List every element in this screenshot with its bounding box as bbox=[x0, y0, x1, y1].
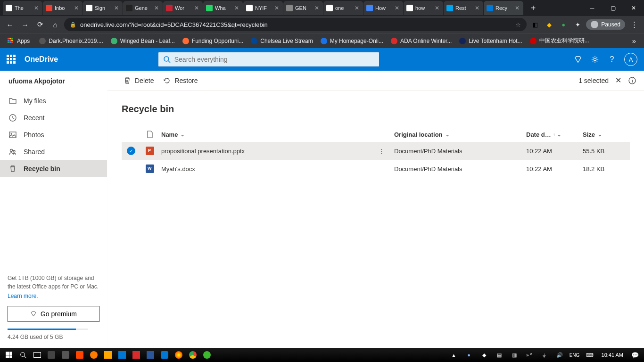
sidebar-item-recent[interactable]: Recent bbox=[0, 109, 107, 126]
account-avatar[interactable]: A bbox=[624, 53, 637, 66]
browser-tab[interactable]: one✕ bbox=[323, 1, 363, 15]
sidebar-item-recycle[interactable]: Recycle bin bbox=[0, 160, 107, 177]
bookmark-item[interactable]: ADA Online Winter... bbox=[387, 35, 455, 47]
browser-tab[interactable]: How✕ bbox=[363, 1, 403, 15]
bookmark-item[interactable]: My Homepage-Onli... bbox=[317, 35, 387, 47]
table-row[interactable]: ✓ propositional presentation.pptx⋮ Docum… bbox=[122, 142, 630, 160]
help-icon[interactable]: ? bbox=[604, 52, 619, 67]
browser-tab[interactable]: Inbo✕ bbox=[43, 1, 83, 15]
tab-close-icon[interactable]: ✕ bbox=[394, 5, 400, 11]
tab-close-icon[interactable]: ✕ bbox=[273, 5, 280, 11]
search-input[interactable] bbox=[174, 56, 374, 63]
address-bar[interactable]: 🔒 onedrive.live.com/?id=root&cid=5DCAEC3… bbox=[64, 18, 527, 31]
apps-shortcut[interactable]: Apps bbox=[4, 36, 33, 46]
taskbar-clock[interactable]: 10:41 AM bbox=[598, 352, 627, 358]
tb-app-4[interactable] bbox=[87, 348, 101, 362]
back-button[interactable]: ← bbox=[4, 18, 16, 31]
bookmark-item[interactable]: Dark.Phoenix.2019.... bbox=[35, 35, 107, 47]
settings-gear-icon[interactable] bbox=[587, 52, 603, 67]
new-tab-button[interactable]: + bbox=[528, 2, 539, 14]
browser-tab[interactable]: Wor✕ bbox=[163, 1, 203, 15]
extensions-icon[interactable]: ✦ bbox=[572, 19, 583, 30]
tab-close-icon[interactable]: ✕ bbox=[113, 5, 120, 11]
bookmark-item[interactable]: Winged Bean - Leaf... bbox=[107, 35, 179, 47]
bookmark-item[interactable]: Funding Opportuni... bbox=[179, 35, 247, 47]
tray-lang-icon[interactable]: ENG bbox=[568, 348, 582, 362]
tab-close-icon[interactable]: ✕ bbox=[73, 5, 80, 11]
ext-icon-1[interactable]: ◧ bbox=[529, 19, 541, 30]
tab-close-icon[interactable]: ✕ bbox=[514, 5, 520, 11]
tab-close-icon[interactable]: ✕ bbox=[474, 5, 480, 11]
start-button[interactable] bbox=[2, 348, 16, 362]
col-location[interactable]: Original location⌄ bbox=[394, 131, 526, 138]
browser-tab[interactable]: Wha✕ bbox=[203, 1, 243, 15]
bookmark-item[interactable]: Live Tottenham Hot... bbox=[455, 35, 526, 47]
col-date[interactable]: Date d…↑⌄ bbox=[526, 131, 583, 138]
browser-tab[interactable]: GEN✕ bbox=[283, 1, 323, 15]
tb-app-2[interactable] bbox=[58, 348, 73, 362]
sidebar-item-folder[interactable]: My files bbox=[0, 92, 107, 109]
tray-network-icon[interactable]: ⏚ bbox=[537, 348, 552, 362]
learn-more-link[interactable]: Learn more. bbox=[8, 293, 99, 299]
ext-icon-2[interactable]: ◆ bbox=[544, 19, 555, 30]
tab-close-icon[interactable]: ✕ bbox=[33, 5, 40, 11]
home-button[interactable]: ⌂ bbox=[49, 18, 61, 31]
reload-button[interactable]: ⟳ bbox=[34, 18, 46, 31]
clear-selection-button[interactable]: ✕ bbox=[615, 76, 621, 85]
col-size[interactable]: Size⌄ bbox=[583, 131, 630, 138]
tb-app-8[interactable] bbox=[143, 348, 157, 362]
info-pane-button[interactable] bbox=[628, 76, 636, 85]
col-name[interactable]: Name⌄ bbox=[159, 131, 394, 138]
delete-button[interactable]: Delete bbox=[124, 77, 154, 84]
action-center-icon[interactable]: 💬 bbox=[628, 348, 642, 362]
premium-diamond-icon[interactable] bbox=[570, 52, 586, 67]
tab-close-icon[interactable]: ✕ bbox=[193, 5, 200, 11]
col-filetype-icon[interactable] bbox=[140, 131, 159, 138]
tray-icon-2[interactable]: ● bbox=[462, 348, 476, 362]
minimize-button[interactable]: ─ bbox=[582, 0, 603, 16]
bookmarks-overflow[interactable]: » bbox=[628, 35, 640, 47]
browser-menu-button[interactable]: ⋮ bbox=[628, 18, 640, 31]
tray-icon-1[interactable]: ▲ bbox=[447, 348, 461, 362]
tb-app-1[interactable] bbox=[44, 348, 58, 362]
sidebar-item-shared[interactable]: Shared bbox=[0, 143, 107, 160]
tab-close-icon[interactable]: ✕ bbox=[354, 5, 360, 11]
task-view-icon[interactable] bbox=[30, 348, 44, 362]
close-window-button[interactable]: ✕ bbox=[623, 0, 644, 16]
tab-close-icon[interactable]: ✕ bbox=[233, 5, 240, 11]
onedrive-logo[interactable]: OneDrive bbox=[25, 55, 58, 64]
profile-paused[interactable]: Paused bbox=[586, 19, 625, 30]
tb-app-5[interactable] bbox=[101, 348, 115, 362]
browser-tab[interactable]: Sign✕ bbox=[83, 1, 123, 15]
bookmark-star-icon[interactable]: ☆ bbox=[515, 21, 521, 28]
tb-app-6[interactable] bbox=[115, 348, 129, 362]
browser-tab[interactable]: Rest✕ bbox=[444, 1, 483, 15]
restore-button[interactable]: Restore bbox=[163, 77, 198, 84]
sidebar-item-photos[interactable]: Photos bbox=[0, 126, 107, 143]
tray-icon-3[interactable]: ◆ bbox=[477, 348, 491, 362]
row-more-button[interactable]: ⋮ bbox=[379, 148, 385, 155]
tab-close-icon[interactable]: ✕ bbox=[314, 5, 320, 11]
tb-app-10[interactable] bbox=[172, 348, 186, 362]
search-taskbar-icon[interactable] bbox=[16, 348, 30, 362]
tab-close-icon[interactable]: ✕ bbox=[434, 5, 440, 11]
ext-icon-3[interactable]: ● bbox=[558, 19, 569, 30]
tb-app-3[interactable] bbox=[73, 348, 87, 362]
browser-tab[interactable]: how✕ bbox=[404, 1, 443, 15]
tb-app-9[interactable] bbox=[157, 348, 172, 362]
bookmark-item[interactable]: Chelsea Live Stream bbox=[247, 35, 316, 47]
forward-button[interactable]: → bbox=[19, 18, 31, 31]
tray-icon-5[interactable]: ▥ bbox=[507, 348, 521, 362]
search-box[interactable] bbox=[158, 52, 380, 67]
tray-icon-4[interactable]: ▤ bbox=[492, 348, 506, 362]
browser-tab[interactable]: Recy✕ bbox=[484, 1, 523, 15]
table-row[interactable]: Myah's.docx Document/PhD Materials 10:22… bbox=[122, 160, 630, 178]
tb-app-11[interactable] bbox=[200, 348, 214, 362]
tray-ime-icon[interactable]: ⌨ bbox=[583, 348, 597, 362]
browser-tab[interactable]: The✕ bbox=[3, 1, 42, 15]
bookmark-item[interactable]: 中国农业科学院研... bbox=[526, 35, 593, 47]
app-launcher-icon[interactable] bbox=[7, 55, 16, 64]
tray-volume-icon[interactable]: 🔊 bbox=[553, 348, 567, 362]
maximize-button[interactable]: ▢ bbox=[603, 0, 623, 16]
browser-tab[interactable]: Gene✕ bbox=[123, 1, 163, 15]
